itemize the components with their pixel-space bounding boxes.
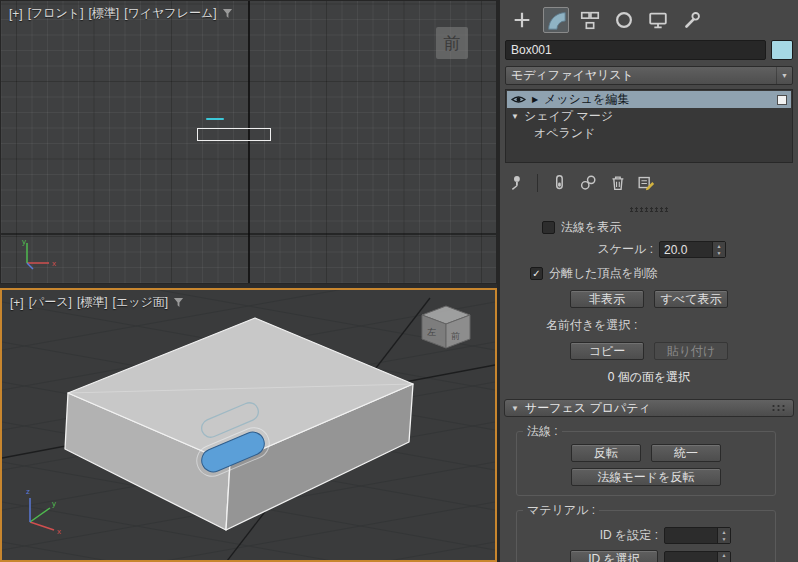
eye-icon[interactable]	[511, 94, 526, 105]
modifier-stack: ▶ メッシュを編集 ▼ シェイプ マージ オペランド	[505, 89, 793, 163]
flip-button[interactable]: 反転	[571, 444, 641, 462]
configure-sets-icon[interactable]	[636, 173, 656, 193]
material-legend: マテリアル :	[523, 502, 599, 519]
viewport-perspective[interactable]: 左 前 x y z [+] [パース] [標準] [エッジ面]	[0, 288, 497, 562]
delete-isolated-label: 分離した頂点を削除	[549, 265, 658, 282]
viewport-front[interactable]: [+] [フロント] [標準] [ワイヤフレーム] 前 x y	[0, 0, 497, 284]
viewport-standard-menu[interactable]: [標準]	[88, 5, 119, 22]
chevron-down-icon: ▼	[776, 67, 792, 84]
remove-modifier-icon[interactable]	[607, 173, 627, 193]
tab-modify[interactable]	[543, 7, 569, 33]
world-axis-horizontal	[1, 233, 496, 235]
toolbar-divider	[537, 174, 538, 192]
copy-button[interactable]: コピー	[570, 342, 644, 360]
set-id-spinner[interactable]: ▲▼	[664, 527, 731, 544]
show-end-result-icon[interactable]	[549, 173, 569, 193]
material-group: マテリアル : ID を設定 : ▲▼ ID を選択 ▲▼ ▼	[516, 502, 776, 562]
rollout-title: サーフェス プロパティ	[525, 400, 651, 417]
named-selections-label: 名前付きを選択 :	[546, 317, 637, 334]
viewport-general-menu[interactable]: [+]	[9, 7, 23, 21]
scale-value[interactable]: 20.0	[660, 242, 712, 257]
tab-motion[interactable]	[611, 7, 637, 33]
spinner-up-icon[interactable]: ▲	[713, 242, 725, 250]
spinner-down-icon[interactable]: ▼	[713, 250, 725, 258]
svg-text:y: y	[22, 237, 26, 246]
hierarchy-icon	[579, 9, 601, 31]
viewcube[interactable]: 左 前	[422, 306, 470, 348]
tab-display[interactable]	[645, 7, 671, 33]
modifier-list-dropdown[interactable]: モディファイヤリスト ▼	[505, 66, 793, 85]
stack-item-operand[interactable]: オペランド	[506, 125, 792, 142]
grip-dots-icon	[629, 207, 669, 212]
delete-isolated-checkbox[interactable]	[530, 267, 543, 280]
viewport-pov-menu[interactable]: [フロント]	[28, 5, 84, 22]
viewport-shading-menu[interactable]: [ワイヤフレーム]	[124, 5, 216, 22]
object-name-field[interactable]: Box001	[505, 40, 766, 60]
viewport-menu-front: [+] [フロント] [標準] [ワイヤフレーム]	[9, 5, 233, 22]
filter-funnel-icon[interactable]	[173, 297, 184, 308]
copy-paste-row: コピー 貼り付け	[500, 342, 798, 360]
viewcube[interactable]: 前	[436, 27, 468, 59]
viewport-pov-menu[interactable]: [パース]	[29, 294, 72, 311]
box-wireframe-selected[interactable]	[197, 128, 271, 141]
tab-create[interactable]	[509, 7, 535, 33]
show-normals-label: 法線を表示	[561, 219, 621, 236]
make-unique-icon[interactable]	[578, 173, 598, 193]
paste-button: 貼り付け	[654, 342, 728, 360]
object-name-row: Box001	[505, 40, 793, 60]
command-panel: Box001 モディファイヤリスト ▼ ▶ メッシュを編集 ▼ シェイプ マージ	[500, 0, 798, 562]
svg-text:左: 左	[427, 327, 436, 337]
scale-spinner[interactable]: 20.0 ▲▼	[659, 241, 726, 258]
show-normals-row: 法線を表示	[542, 219, 798, 236]
spinner-up-icon[interactable]: ▲	[718, 552, 730, 560]
panel-splitter-grip[interactable]	[500, 205, 798, 213]
collapse-arrow-icon[interactable]: ▼	[510, 112, 520, 121]
unify-button[interactable]: 統一	[651, 444, 721, 462]
drag-grip-icon	[771, 404, 787, 412]
object-color-swatch[interactable]	[771, 40, 793, 60]
spinner-down-icon[interactable]: ▼	[718, 536, 730, 544]
normals-group: 法線 : 反転 統一 法線モードを反転	[516, 423, 776, 496]
command-panel-tabs	[500, 0, 798, 37]
tab-utilities[interactable]	[679, 7, 705, 33]
viewport-standard-menu[interactable]: [標準]	[77, 294, 108, 311]
select-id-row: ID を選択 ▲▼	[517, 550, 731, 562]
expand-arrow-icon[interactable]: ▶	[530, 95, 540, 104]
set-id-value[interactable]	[665, 528, 717, 543]
spinner-up-icon[interactable]: ▲	[718, 528, 730, 536]
viewport-general-menu[interactable]: [+]	[10, 296, 24, 310]
svg-text:y: y	[52, 499, 56, 508]
utilities-icon	[681, 9, 703, 31]
filter-funnel-icon[interactable]	[222, 8, 233, 19]
stack-item-shape-merge[interactable]: ▼ シェイプ マージ	[506, 108, 792, 125]
viewport-menu-persp: [+] [パース] [標準] [エッジ面]	[10, 294, 184, 311]
unhide-all-button[interactable]: すべて表示	[654, 290, 728, 308]
normals-legend: 法線 :	[523, 423, 562, 440]
select-id-spinner[interactable]: ▲▼	[664, 551, 731, 562]
delete-isolated-row: 分離した頂点を削除	[530, 265, 798, 282]
axis-tripod-icon: x y	[15, 235, 63, 275]
select-id-button[interactable]: ID を選択	[570, 550, 658, 562]
box-object[interactable]	[65, 318, 413, 530]
display-icon	[647, 9, 669, 31]
svg-text:前: 前	[451, 331, 460, 341]
surface-properties-rollout[interactable]: ▼ サーフェス プロパティ	[504, 399, 794, 417]
shape-spline[interactable]	[206, 118, 224, 120]
modify-icon	[545, 9, 567, 31]
select-id-value[interactable]	[665, 552, 717, 562]
set-id-row: ID を設定 : ▲▼	[517, 527, 731, 544]
tab-hierarchy[interactable]	[577, 7, 603, 33]
modifier-toggle[interactable]	[777, 95, 787, 105]
viewport-area: [+] [フロント] [標準] [ワイヤフレーム] 前 x y	[0, 0, 497, 562]
pin-stack-icon[interactable]	[506, 173, 526, 193]
modifier-list-label: モディファイヤリスト	[506, 67, 776, 84]
max-window: [+] [フロント] [標準] [ワイヤフレーム] 前 x y	[0, 0, 798, 562]
viewport-shading-menu[interactable]: [エッジ面]	[113, 294, 169, 311]
show-normals-checkbox[interactable]	[542, 221, 555, 234]
flip-normal-mode-button[interactable]: 法線モードを反転	[571, 468, 721, 486]
hide-button[interactable]: 非表示	[570, 290, 644, 308]
stack-toolbar	[506, 171, 798, 195]
motion-icon	[613, 9, 635, 31]
stack-item-label: メッシュを編集	[544, 91, 629, 108]
stack-item-edit-mesh[interactable]: ▶ メッシュを編集	[507, 91, 791, 108]
